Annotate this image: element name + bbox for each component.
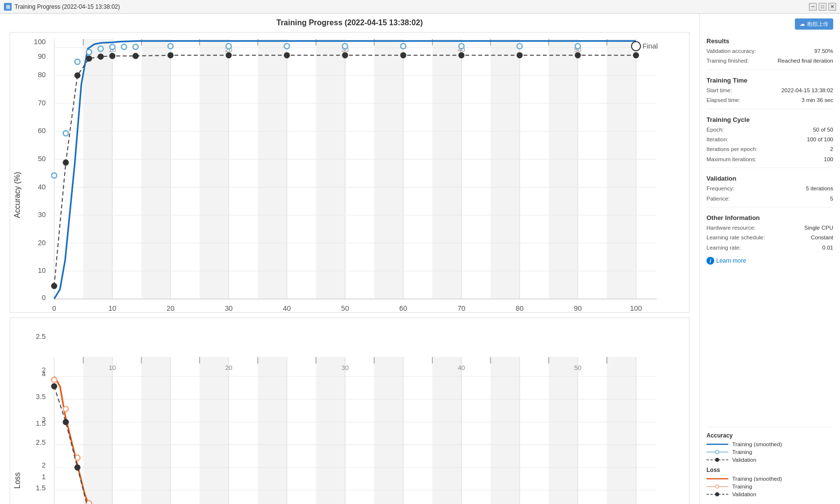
svg-rect-160: [490, 357, 520, 504]
svg-point-93: [133, 53, 138, 59]
iteration-row: Iteration: 100 of 100: [706, 135, 833, 144]
start-time-label: Start time:: [706, 86, 732, 95]
learning-rate-schedule-value: Constant: [811, 233, 833, 242]
accuracy-validation-line-icon: [706, 457, 728, 463]
learn-more-link[interactable]: i Learn more: [706, 257, 833, 265]
training-cycle-section-header: Training Cycle: [706, 116, 833, 123]
svg-point-103: [632, 42, 641, 51]
svg-rect-161: [549, 357, 578, 504]
cloud-icon: ☁: [800, 21, 805, 27]
iteration-value: 100 of 100: [807, 135, 833, 144]
svg-text:20: 20: [167, 304, 174, 312]
loss-training-line-icon: [706, 484, 728, 489]
svg-point-90: [86, 56, 92, 61]
svg-rect-48: [258, 39, 287, 299]
iterations-per-epoch-value: 2: [830, 145, 833, 153]
chart-container: 0 10 20 30 40 50 60 70 80 90 100 Accurac…: [10, 32, 689, 504]
window-title: Training Progress (2022-04-15 13:38:02): [15, 3, 120, 10]
epoch-label: Epoch:: [706, 125, 724, 134]
svg-text:70: 70: [457, 304, 465, 312]
accuracy-training-label: Training: [732, 449, 752, 455]
svg-point-100: [517, 52, 522, 58]
svg-point-97: [342, 52, 348, 58]
info-icon: i: [706, 257, 714, 265]
learning-rate-label: Learning rate:: [706, 243, 741, 252]
training-finished-label: Training finished:: [706, 56, 749, 65]
svg-point-76: [121, 44, 127, 50]
frequency-row: Frequency: 5 iterations: [706, 184, 833, 193]
svg-rect-154: [141, 357, 170, 504]
patience-row: Patience: 5: [706, 194, 833, 203]
learn-more-text: Learn more: [716, 257, 746, 264]
loss-training-legend: Training: [706, 484, 833, 489]
iteration-label: Iteration:: [706, 135, 728, 144]
chart-area: Training Progress (2022-04-15 13:38:02) …: [0, 14, 699, 504]
svg-text:70: 70: [38, 99, 46, 107]
frequency-label: Frequency:: [706, 184, 735, 193]
learning-rate-row: Learning rate: 0.01: [706, 243, 833, 252]
svg-text:0: 0: [52, 304, 56, 312]
loss-validation-line-icon: [706, 491, 728, 497]
svg-point-91: [98, 54, 103, 59]
accuracy-validation-legend: Validation: [706, 457, 833, 463]
svg-text:4: 4: [42, 370, 46, 378]
patience-label: Patience:: [706, 194, 730, 203]
svg-point-80: [285, 44, 290, 49]
upload-button[interactable]: ☁ 抱怨上传: [795, 18, 833, 30]
loss-validation-label: Validation: [732, 491, 756, 497]
loss-legend-title: Loss: [706, 467, 833, 473]
svg-point-194: [51, 384, 57, 389]
accuracy-training-legend: Training: [706, 449, 833, 455]
close-button[interactable]: ✕: [828, 3, 836, 11]
accuracy-chart-box: 0 10 20 30 40 50 60 70 80 90 100 Accurac…: [10, 32, 689, 313]
svg-text:40: 40: [458, 364, 465, 371]
svg-rect-153: [83, 357, 112, 504]
validation-accuracy-label: Validation accuracy:: [706, 47, 756, 55]
svg-point-78: [168, 44, 173, 49]
svg-text:100: 100: [34, 38, 46, 46]
svg-point-92: [110, 53, 115, 59]
svg-point-89: [75, 73, 80, 78]
svg-point-98: [401, 52, 406, 58]
start-time-value: 2022-04-15 13:38:02: [781, 86, 833, 95]
svg-point-95: [226, 52, 232, 58]
minimize-button[interactable]: ─: [809, 3, 817, 11]
window-controls: ─ □ ✕: [809, 3, 836, 11]
svg-text:50: 50: [574, 364, 582, 371]
svg-rect-51: [432, 39, 461, 299]
svg-text:80: 80: [38, 71, 46, 79]
svg-point-179: [63, 406, 68, 412]
maximize-button[interactable]: □: [819, 3, 826, 11]
svg-point-180: [75, 455, 80, 460]
app-icon: ▦: [4, 3, 12, 11]
svg-rect-54: [607, 39, 636, 299]
svg-text:60: 60: [38, 127, 46, 134]
svg-rect-49: [316, 39, 345, 299]
svg-point-70: [51, 173, 57, 178]
svg-point-195: [63, 419, 68, 424]
svg-rect-53: [549, 39, 578, 299]
right-panel: ☁ 抱怨上传 Results Validation accuracy: 97.5…: [699, 14, 840, 504]
svg-text:30: 30: [225, 304, 233, 312]
svg-text:20: 20: [225, 364, 233, 371]
divider-2: [706, 109, 833, 109]
svg-text:Accuracy (%): Accuracy (%): [13, 172, 21, 218]
svg-point-84: [517, 44, 522, 49]
maximum-iterations-row: Maximum iterations: 100: [706, 155, 833, 164]
svg-point-96: [285, 52, 290, 58]
epoch-value: 50 of 50: [813, 125, 833, 134]
divider-4: [706, 207, 833, 207]
loss-training-label: Training: [732, 484, 752, 489]
patience-value: 5: [830, 194, 833, 203]
svg-text:40: 40: [38, 183, 46, 191]
svg-point-88: [63, 160, 68, 165]
svg-text:50: 50: [341, 304, 349, 312]
svg-text:10: 10: [109, 364, 116, 371]
maximum-iterations-label: Maximum iterations:: [706, 155, 756, 164]
iterations-per-epoch-row: Iterations per epoch: 2: [706, 145, 833, 153]
svg-point-75: [110, 44, 115, 50]
hardware-resource-label: Hardware resource:: [706, 223, 756, 232]
svg-rect-162: [607, 357, 636, 504]
svg-text:30: 30: [38, 211, 46, 218]
accuracy-smoothed-line-icon: [706, 441, 728, 447]
